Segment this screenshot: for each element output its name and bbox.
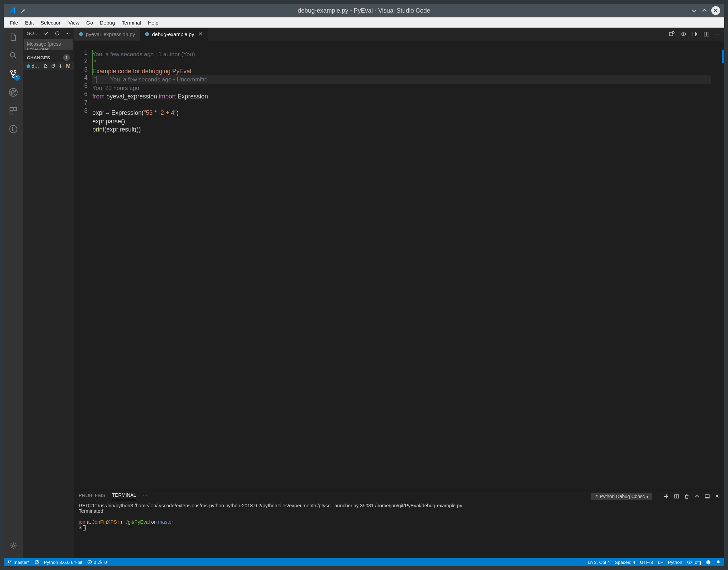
menu-help[interactable]: Help	[145, 18, 162, 27]
refresh-icon[interactable]	[53, 31, 61, 36]
svg-point-1	[11, 71, 12, 72]
search-icon[interactable]	[8, 50, 19, 61]
python-file-icon: ⬢	[145, 31, 149, 37]
changes-count-badge: 1	[63, 54, 70, 61]
gitlens-icon[interactable]	[8, 124, 19, 135]
menu-file[interactable]: File	[6, 18, 21, 27]
more-icon[interactable]: ···	[64, 30, 71, 36]
menu-go[interactable]: Go	[83, 18, 96, 27]
code-editor[interactable]: 1 2 3 4 5 6 7 8 You, a few seconds ago |…	[74, 41, 415, 325]
changes-label: CHANGES	[27, 55, 61, 60]
sidebar-scm: SOURCE C… ··· Message (press Ctrl+Enter …	[23, 28, 74, 325]
stage-changes-icon[interactable]	[58, 64, 64, 68]
window-title: debug-example.py - PyEval - Visual Studi…	[298, 7, 415, 14]
activity-bar: 1	[4, 28, 23, 325]
menu-selection[interactable]: Selection	[37, 18, 65, 27]
vscode-logo-icon	[8, 6, 16, 15]
modified-status: M	[65, 63, 71, 69]
tab-inactive[interactable]: ⬢ pyeval_expression.py	[74, 28, 140, 41]
commit-icon[interactable]	[42, 31, 50, 36]
sidebar-title: SOURCE C…	[27, 31, 40, 36]
pin-icon[interactable]	[20, 8, 26, 13]
blame-annotation: You, 22 hours ago	[92, 85, 139, 91]
tab-close-icon[interactable]: ✕	[197, 31, 203, 37]
tab-label: debug-example.py	[152, 31, 194, 37]
menu-view[interactable]: View	[65, 18, 83, 27]
commit-message-input[interactable]: Message (press Ctrl+Enter	[24, 39, 73, 50]
titlebar: debug-example.py - PyEval - Visual Studi…	[4, 4, 415, 17]
svg-point-10	[12, 127, 13, 128]
changed-file-row[interactable]: ⬢ debug-e… M	[23, 62, 74, 70]
menu-debug[interactable]: Debug	[96, 18, 118, 27]
svg-rect-8	[10, 111, 13, 114]
debug-disabled-icon[interactable]	[8, 87, 19, 98]
menu-terminal[interactable]: Terminal	[118, 18, 145, 27]
menu-edit[interactable]: Edit	[21, 18, 37, 27]
menubar: File Edit Selection View Go Debug Termin…	[4, 17, 415, 28]
svg-rect-7	[14, 107, 17, 110]
line-numbers: 1 2 3 4 5 6 7 8	[74, 41, 92, 325]
svg-point-2	[14, 71, 16, 72]
tab-label: pyeval_expression.py	[86, 31, 135, 37]
svg-rect-6	[10, 107, 13, 110]
vscode-window: debug-example.py - PyEval - Visual Studi…	[4, 4, 415, 325]
svg-point-9	[10, 125, 17, 133]
source-control-icon[interactable]: 1	[8, 68, 19, 79]
blame-annotation: You, a few seconds ago | 1 author (You)	[92, 51, 195, 58]
changed-file-name: debug-e…	[32, 63, 41, 69]
editor-area: ⬢ pyeval_expression.py ⬢ debug-example.p…	[74, 28, 415, 325]
open-file-icon[interactable]	[43, 64, 49, 68]
scm-badge: 1	[14, 75, 20, 81]
python-file-icon: ⬢	[79, 31, 83, 37]
svg-point-0	[10, 52, 15, 57]
tab-active[interactable]: ⬢ debug-example.py ✕	[140, 28, 208, 41]
extensions-icon[interactable]	[8, 105, 19, 116]
discard-changes-icon[interactable]	[50, 64, 56, 68]
explorer-icon[interactable]	[8, 32, 19, 43]
python-file-icon: ⬢	[26, 63, 30, 69]
editor-tabs: ⬢ pyeval_expression.py ⬢ debug-example.p…	[74, 28, 415, 41]
